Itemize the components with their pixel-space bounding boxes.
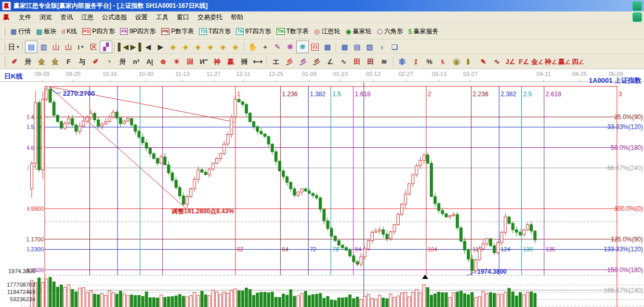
a-ruler-button[interactable]: A| [143, 56, 156, 68]
bar3-view-button[interactable]: 山 [50, 41, 62, 53]
shrink-left-diamond-button[interactable]: ◈ [167, 41, 179, 53]
next-bar-button[interactable]: ▶ [154, 41, 167, 53]
candle-style-dropdown-button[interactable]: ı▼ [75, 41, 87, 53]
si-angle-button[interactable]: 四∠ [571, 56, 585, 68]
prev-bar-button[interactable]: ◀ [142, 41, 154, 53]
bar9-view-button[interactable]: 山 [62, 41, 75, 53]
wave-tool-button[interactable]: ❋ [296, 41, 309, 53]
winner-wheel-button[interactable]: ◉赢家轮 [343, 25, 374, 38]
search-globe-button[interactable]: ♁ [376, 41, 388, 53]
circle-cross-button[interactable]: ⊕ [156, 56, 170, 68]
f-angle-button[interactable]: F∠ [517, 56, 531, 68]
sectors-button[interactable]: ▩板块 [33, 25, 59, 38]
percent-button[interactable]: % [423, 56, 436, 68]
width-measure-button[interactable]: ⟷ [251, 56, 265, 68]
nine-t-square-button[interactable]: T99T四方形 [233, 25, 274, 38]
skin-button-2[interactable] [633, 12, 642, 22]
kline-button[interactable]: ılK线 [59, 25, 80, 38]
menu-item-6[interactable]: 工具 [152, 12, 173, 22]
n-square-button[interactable]: n² [129, 56, 143, 68]
expand-right-diamond-button[interactable]: ◈ [179, 41, 192, 53]
gann-wheel-small-button[interactable]: ✳ [170, 56, 183, 68]
hexagon-button[interactable]: ⬡六角形 [374, 25, 405, 38]
p-number-table-button[interactable]: PNP数字表 [159, 25, 197, 38]
t-square-button[interactable]: T3T四方形 [196, 25, 233, 38]
gold-circle-button[interactable]: ㊎ [450, 56, 463, 68]
ying-angle-button[interactable]: 赢∠ [558, 56, 571, 68]
menu-item-4[interactable]: 公式选股 [98, 12, 131, 22]
first-page-button[interactable]: ▌◀ [117, 41, 129, 53]
gold-grid-button[interactable]: 金 [35, 56, 48, 68]
rate-lines-button[interactable]: ﹪ [436, 56, 450, 68]
j-angle-button[interactable]: J∠ [504, 56, 517, 68]
h-compress-diamond-button[interactable]: ◈ [204, 41, 217, 53]
fan-box-button[interactable]: 彡 [296, 56, 310, 68]
wave-angle-button[interactable]: ∿ [490, 56, 504, 68]
h-expand-diamond-button[interactable]: ◈ [192, 41, 204, 53]
menu-item-1[interactable]: 浏览 [35, 12, 56, 22]
gold-ruler-button[interactable]: 釒 [463, 56, 477, 68]
percent-drop-button[interactable]: ⁒ [409, 56, 423, 68]
fan-lines-button[interactable]: 彡 [283, 56, 296, 68]
menu-item-2[interactable]: 资讯 [56, 12, 77, 22]
kn-marker-button[interactable]: И″ [197, 56, 211, 68]
chart-area[interactable]: 09-0909-2510-1610-3011-1311-2712-1112-25… [0, 69, 644, 307]
fan-box2-button[interactable]: 彡 [310, 56, 323, 68]
gold-grid2-button[interactable]: 金 [48, 56, 62, 68]
menu-item-9[interactable]: 帮助 [227, 12, 247, 22]
menu-item-8[interactable]: 交易委托 [193, 12, 227, 22]
pencil-tool-button[interactable]: ✐ [8, 56, 21, 68]
f-ruler-button[interactable]: F [62, 56, 75, 68]
skin-button[interactable] [633, 2, 642, 11]
gold-angle-button[interactable]: 金∠ [531, 56, 544, 68]
menu-item-5[interactable]: 设置 [131, 12, 152, 22]
t-number-table-button[interactable]: TNT数字表 [274, 25, 311, 38]
menu-item-7[interactable]: 窗口 [173, 12, 193, 22]
ying-tool-button[interactable]: 赢 [224, 56, 238, 68]
calculator-button[interactable]: ▦ [321, 41, 334, 53]
pattern-box-button[interactable]: 区 [87, 41, 100, 53]
crosshair-tool-button[interactable]: ＋ [259, 41, 271, 53]
zigzag-wave-button[interactable]: ∿ [337, 56, 350, 68]
nine-p-square-button[interactable]: P99P四方形 [117, 25, 159, 38]
grid-square-button[interactable]: 田 [350, 56, 364, 68]
export-print-button[interactable]: ❏ [388, 41, 401, 53]
count-grid-button[interactable]: 卌 [238, 56, 251, 68]
last-page-button[interactable]: ▶▐ [129, 41, 142, 53]
full-view-diamond-button[interactable]: ◈ [229, 41, 242, 53]
color-kline-button[interactable]: ▞ [100, 41, 112, 53]
marker-tool-button[interactable]: ✐ [89, 56, 102, 68]
info-view-button[interactable]: ▥ [37, 41, 50, 53]
box-frame-button[interactable]: エ [269, 56, 283, 68]
draw-line-button[interactable]: ✎ [271, 41, 284, 53]
calendar-button[interactable]: 21 [309, 41, 321, 53]
grid-square2-button[interactable]: 田 [364, 56, 377, 68]
window-layout-button[interactable]: ▤ [25, 41, 37, 53]
period-day-dropdown-button[interactable]: 日▼ [8, 41, 20, 53]
data-table-button[interactable]: ▦ [338, 41, 351, 53]
square-spiral-button[interactable]: 回 [183, 56, 197, 68]
notepad-button[interactable]: ▤ [351, 41, 363, 53]
winner-service-button[interactable]: $赢家服务 [405, 25, 441, 38]
shen-angle-button[interactable]: 神∠ [544, 56, 558, 68]
clock-cycle-button[interactable]: ◔ [102, 56, 116, 68]
date-tick-label: 02-13 [366, 71, 380, 77]
gann-wheel-button[interactable]: ◎江恩轮 [311, 25, 343, 38]
angle-lines-button[interactable]: ∠ [323, 56, 337, 68]
menu-item-3[interactable]: 江恩 [77, 12, 98, 22]
save-button[interactable]: ▨ [363, 41, 376, 53]
shen-tool-button[interactable]: 神 [211, 56, 224, 68]
menu-item-0[interactable]: 文件 [15, 12, 35, 22]
kline-chart[interactable]: 09-0909-2510-1610-3011-1311-2712-1112-25… [0, 70, 644, 307]
v-compress-diamond-button[interactable]: ◈ [217, 41, 229, 53]
cycle-brush-button[interactable]: ✎ [477, 56, 490, 68]
gann-spiral-button[interactable]: 与 [75, 56, 89, 68]
p-square-button[interactable]: PSP四方形 [80, 25, 117, 38]
comb-lines-button[interactable]: 卅 [21, 56, 35, 68]
parallel-lines-button[interactable]: ≋ [377, 56, 391, 68]
price-count-button[interactable]: 非 [396, 56, 409, 68]
quotes-button[interactable]: ▦行情 [8, 25, 33, 38]
hand-tool-button[interactable]: ✋ [246, 41, 259, 53]
comb-lines2-button[interactable]: 卅 [116, 56, 129, 68]
gann-net-button[interactable]: ❋ [284, 41, 296, 53]
